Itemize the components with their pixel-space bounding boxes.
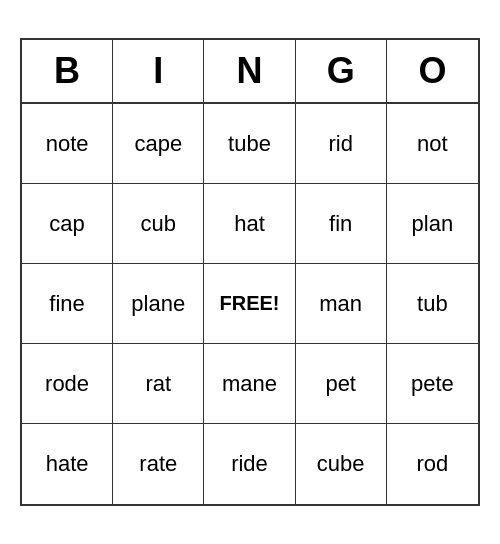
bingo-cell: plane [113, 264, 204, 344]
header-letter: N [204, 40, 295, 102]
bingo-cell: ride [204, 424, 295, 504]
header-letter: I [113, 40, 204, 102]
bingo-card: BINGO notecapetuberidnotcapcubhatfinplan… [20, 38, 480, 506]
bingo-cell: rod [387, 424, 478, 504]
bingo-cell: plan [387, 184, 478, 264]
bingo-header: BINGO [22, 40, 478, 104]
bingo-cell: rat [113, 344, 204, 424]
bingo-cell: cape [113, 104, 204, 184]
bingo-cell: rode [22, 344, 113, 424]
bingo-cell: mane [204, 344, 295, 424]
free-space: FREE! [204, 264, 295, 344]
bingo-cell: pet [296, 344, 387, 424]
bingo-cell: hate [22, 424, 113, 504]
bingo-cell: note [22, 104, 113, 184]
header-letter: O [387, 40, 478, 102]
bingo-cell: cube [296, 424, 387, 504]
bingo-cell: cub [113, 184, 204, 264]
bingo-cell: fine [22, 264, 113, 344]
bingo-cell: tub [387, 264, 478, 344]
bingo-cell: tube [204, 104, 295, 184]
bingo-cell: not [387, 104, 478, 184]
bingo-grid: notecapetuberidnotcapcubhatfinplanfinepl… [22, 104, 478, 504]
header-letter: B [22, 40, 113, 102]
bingo-cell: man [296, 264, 387, 344]
header-letter: G [296, 40, 387, 102]
bingo-cell: pete [387, 344, 478, 424]
bingo-cell: fin [296, 184, 387, 264]
bingo-cell: hat [204, 184, 295, 264]
bingo-cell: rate [113, 424, 204, 504]
bingo-cell: rid [296, 104, 387, 184]
bingo-cell: cap [22, 184, 113, 264]
